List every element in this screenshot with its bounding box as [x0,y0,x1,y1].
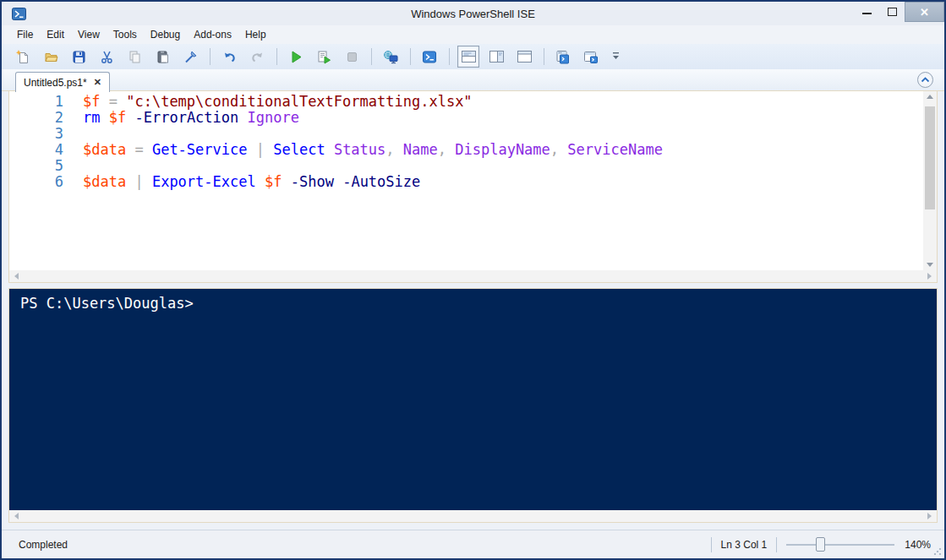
close-icon: ✕ [920,7,929,18]
toolbar-overflow-button[interactable] [610,46,621,68]
save-button[interactable] [68,46,90,68]
maximize-icon [888,8,897,16]
zoom-slider-track[interactable] [786,544,894,546]
stop-button[interactable] [341,46,363,68]
code-line: 6$data | Export-Excel $f -Show -AutoSize [9,174,923,190]
cursor-position: Ln 3 Col 1 [721,539,768,551]
scroll-up-icon[interactable] [927,95,933,99]
start-powershell-button[interactable] [418,46,440,68]
toolbar-separator [276,48,277,65]
toolbar [2,44,944,69]
undo-button[interactable] [218,46,240,68]
console-input-area[interactable]: PS C:\Users\Douglas> [9,289,937,510]
menu-file[interactable]: File [10,26,40,43]
scroll-left-icon[interactable] [14,273,19,280]
open-folder-icon [44,50,58,64]
line-number: 2 [9,110,63,126]
run-script-button[interactable] [285,46,307,68]
editor-vertical-scrollbar-thumb[interactable] [925,106,935,209]
stop-icon [345,50,359,64]
run-selection-button[interactable] [313,46,335,68]
toolbar-separator [410,48,411,65]
console-prompt: PS C:\Users\Douglas> [20,295,194,312]
toolbar-separator [544,48,544,65]
chevron-up-icon [921,77,930,83]
start-powershell-exe-button[interactable] [580,46,602,68]
code-line: 5 [9,158,923,174]
scroll-right-icon[interactable] [927,513,932,519]
new-script-icon [16,50,30,64]
tab-close-icon[interactable]: ✕ [94,77,101,88]
new-powershell-tab-button[interactable] [552,46,574,68]
code-lines[interactable]: 1$f = "c:\temp\conditionalTextFormatting… [9,91,923,270]
zoom-slider[interactable] [786,537,894,552]
zoom-level: 140% [905,539,931,551]
code-line: 1$f = "c:\temp\conditionalTextFormatting… [9,94,923,110]
line-number: 6 [9,174,63,190]
open-script-button[interactable] [40,46,62,68]
scroll-down-icon[interactable] [927,263,933,267]
main-area: 1$f = "c:\temp\conditionalTextFormatting… [8,91,938,523]
tab-label: Untitled5.ps1* [24,77,87,89]
undo-icon [222,50,237,64]
show-script-pane-maximized-button[interactable] [513,46,535,68]
maximize-button[interactable] [879,2,905,20]
start-powershell-exe-icon [583,50,599,64]
minimize-button[interactable] [854,2,879,20]
statusbar-separator [711,537,712,552]
zoom-slider-thumb[interactable] [816,537,825,552]
menu-addons[interactable]: Add-ons [187,26,238,43]
collapse-script-pane-button[interactable] [917,72,933,88]
menu-help[interactable]: Help [238,26,273,43]
resize-grip-icon[interactable] [933,547,942,556]
scroll-left-icon[interactable] [14,513,19,519]
console-pane: PS C:\Users\Douglas> [8,288,938,523]
window-title: Windows PowerShell ISE [2,8,944,20]
show-script-pane-right-button[interactable] [485,46,507,68]
redo-button[interactable] [246,46,268,68]
tab-bar: Untitled5.ps1* ✕ [2,69,944,91]
menu-debug[interactable]: Debug [144,26,187,43]
code-line: 3 [9,126,923,142]
paste-button[interactable] [151,46,173,68]
console-horizontal-scrollbar[interactable] [9,510,937,522]
clear-console-button[interactable] [179,46,201,68]
status-bar: Completed Ln 3 Col 1 140% [2,530,944,558]
status-text: Completed [19,539,68,551]
editor-horizontal-scrollbar[interactable] [9,270,937,282]
cut-button[interactable] [96,46,118,68]
copy-button[interactable] [123,46,145,68]
run-selection-icon [317,50,331,64]
line-number: 1 [9,94,63,110]
show-script-pane-top-button[interactable] [457,46,479,68]
new-powershell-tab-icon [555,50,571,64]
toolbar-separator [210,48,211,65]
scroll-right-icon[interactable] [927,273,932,280]
show-script-pane-right-icon [489,50,505,63]
new-script-button[interactable] [12,46,34,68]
save-icon [72,50,86,64]
title-bar: Windows PowerShell ISE ✕ [2,2,944,25]
menu-view[interactable]: View [71,26,107,43]
close-button[interactable]: ✕ [905,2,944,22]
cut-scissors-icon [100,50,114,64]
show-script-pane-top-icon [461,50,477,63]
menu-edit[interactable]: Edit [40,26,71,43]
tab-untitled5[interactable]: Untitled5.ps1* ✕ [15,72,110,92]
script-editor-pane: 1$f = "c:\temp\conditionalTextFormatting… [8,91,938,283]
toolbar-overflow-icon [612,52,620,62]
code-line: 4$data = Get-Service | Select Status, Na… [9,142,923,158]
menu-bar: File Edit View Tools Debug Add-ons Help [2,25,944,44]
new-remote-powershell-tab-icon [383,50,398,64]
menu-tools[interactable]: Tools [107,26,144,43]
new-remote-powershell-tab-button[interactable] [380,46,402,68]
powershell-ise-app-icon [12,8,26,20]
toolbar-separator [371,48,372,65]
redo-icon [250,50,265,64]
powershell-ise-window: Windows PowerShell ISE ✕ File Edit View … [0,0,946,560]
start-powershell-icon [422,50,437,64]
clear-console-icon [183,50,198,64]
run-script-icon [289,50,303,64]
editor-vertical-scrollbar[interactable] [923,91,937,270]
copy-icon [128,50,142,64]
